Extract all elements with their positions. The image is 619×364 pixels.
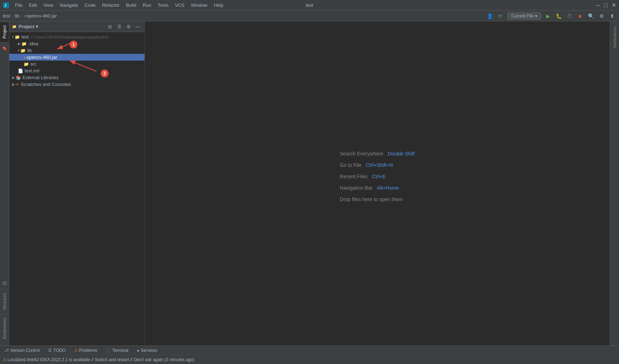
tree-label-lib: lib — [27, 48, 32, 53]
menu-build[interactable]: Build — [123, 1, 139, 9]
terminal-icon: ⬛ — [106, 348, 111, 353]
notifications-label[interactable]: Notifications — [613, 24, 617, 51]
project-header: 📁 Project ▾ ⊟ ☰ ⚙ — — [9, 21, 145, 32]
sidebar-item-bookmarks[interactable]: 🔖 — [0, 42, 9, 55]
tree-label-scratches: Scratches and Consoles — [21, 82, 71, 87]
tree-item-root[interactable]: ▾ 📁 test C:\Users\78146\Desktop\steganog… — [9, 34, 145, 40]
tree-label-test-iml: test.iml — [25, 68, 39, 73]
status-bar: ⎇ Version Control ☰ TODO ⚠ Problems ⬛ Te… — [0, 345, 619, 355]
close-panel-icon[interactable]: — — [134, 23, 142, 31]
stop-button[interactable]: ■ — [576, 12, 584, 20]
problems-icon: ⚠ — [74, 348, 78, 353]
hint-recent-files: Recent Files Ctrl+E — [340, 174, 415, 179]
menu-edit[interactable]: Edit — [26, 1, 40, 9]
settings-icon[interactable]: ⚙ — [598, 12, 605, 20]
menu-navigate[interactable]: Navigate — [57, 1, 81, 9]
project-header-icons: ⊟ ☰ ⚙ — — [106, 23, 142, 31]
debug-button[interactable]: 🐛 — [555, 12, 563, 20]
menu-refactor[interactable]: Refactor — [99, 1, 122, 9]
breadcrumb-test[interactable]: test — [3, 13, 10, 19]
sidebar-item-project[interactable]: Project — [0, 21, 9, 42]
annotation-2: 2 — [101, 70, 109, 77]
title-bar: J File Edit View Navigate Code Refactor … — [0, 0, 619, 11]
hint-label-nav: Navigation Bar — [340, 185, 373, 191]
maximize-button[interactable]: □ — [603, 3, 608, 8]
annotation-1: 1 — [70, 41, 77, 48]
hint-nav-bar: Navigation Bar Alt+Home — [340, 185, 415, 191]
search-everywhere-icon[interactable]: 🔍 — [587, 12, 595, 20]
menu-bar: File Edit View Navigate Code Refactor Bu… — [12, 1, 595, 9]
tree-label-test: test — [21, 34, 29, 40]
breadcrumb-jar[interactable]: ▪ opencv-460.jar — [24, 13, 57, 19]
vcs-icon[interactable]: ⬆ — [608, 12, 616, 20]
bottom-bar: ⚠ Localized IntelliJ IDEA 2022.2.1 is av… — [0, 355, 619, 364]
project-title[interactable]: Project ▾ — [19, 24, 38, 29]
structure-icon[interactable]: ⊟ — [2, 280, 7, 286]
status-version-control[interactable]: ⎇ Version Control — [3, 346, 41, 355]
editor-hints: Search Everywhere Double Shift Go to Fil… — [340, 151, 415, 202]
hint-goto-file: Go to File Ctrl+Shift+N — [340, 162, 415, 168]
menu-window[interactable]: Window — [188, 1, 210, 9]
tree-label-opencv: opencv-460.jar — [26, 55, 57, 60]
tree-item-lib[interactable]: ▾ 📁 lib — [9, 47, 145, 54]
tree-arrow-root: ▾ — [12, 35, 14, 39]
status-terminal[interactable]: ⬛ Terminal — [104, 346, 130, 355]
left-tabs: Project 🔖 ⊟ Structure Bookmarks — [0, 21, 9, 345]
current-file-button[interactable]: Current File ▾ — [507, 12, 541, 20]
warning-icon: ⚠ — [3, 357, 7, 362]
folder-icon-lib: 📁 — [20, 48, 26, 53]
minimize-button[interactable]: ─ — [595, 3, 600, 8]
tree-item-scratches[interactable]: ▶ ✏ Scratches and Consoles — [9, 81, 145, 88]
sidebar-item-bookmarks-tab[interactable]: Bookmarks — [0, 314, 9, 343]
project-tree: ▾ 📁 test C:\Users\78146\Desktop\steganog… — [9, 32, 145, 345]
nav-bar: test › lib › ▪ opencv-460.jar 👤 ⟳ Curren… — [0, 11, 619, 21]
hint-label-recent: Recent Files — [340, 174, 368, 179]
window-title: test — [306, 2, 313, 8]
update-icon[interactable]: ⟳ — [497, 12, 504, 20]
user-icon[interactable]: 👤 — [486, 12, 494, 20]
hint-label-drop: Drop files here to open them — [340, 196, 403, 202]
run-button[interactable]: ▶ — [544, 12, 552, 20]
folder-icon-src: 📁 — [24, 62, 29, 67]
hint-shortcut-search: Double Shift — [388, 151, 415, 157]
editor-area[interactable]: Search Everywhere Double Shift Go to Fil… — [145, 21, 610, 345]
ext-libs-icon: 📚 — [16, 75, 21, 80]
vcs-status-icon: ⎇ — [4, 348, 9, 353]
menu-help[interactable]: Help — [211, 1, 226, 9]
tree-item-test-iml[interactable]: 📄 test.iml — [9, 67, 145, 74]
tree-path: C:\Users\78146\Desktop\steganography\tes… — [31, 35, 108, 39]
breadcrumb-lib[interactable]: lib — [15, 13, 19, 19]
hint-shortcut-recent: Ctrl+E — [372, 174, 386, 179]
hint-drop-files: Drop files here to open them — [340, 196, 415, 202]
app-icon: J — [3, 2, 9, 9]
status-todo[interactable]: ☰ TODO — [47, 346, 67, 355]
menu-code[interactable]: Code — [82, 1, 99, 9]
breadcrumb: test › lib › ▪ opencv-460.jar — [3, 13, 57, 19]
tree-item-ext-libs[interactable]: ▶ 📚 External Libraries — [9, 74, 145, 81]
hint-label-search: Search Everywhere — [340, 151, 383, 157]
status-problems[interactable]: ⚠ Problems — [73, 346, 99, 355]
close-button[interactable]: ✕ — [611, 3, 616, 8]
tree-label-idea: .idea — [28, 41, 38, 46]
tree-item-opencv-jar[interactable]: ▪ opencv-460.jar — [9, 54, 145, 61]
project-chevron-icon: ▾ — [36, 24, 38, 29]
services-icon: ● — [137, 348, 140, 353]
collapse-all-icon[interactable]: ⊟ — [106, 23, 114, 31]
menu-vcs[interactable]: VCS — [172, 1, 187, 9]
tree-arrow-scratches: ▶ — [12, 82, 15, 86]
hint-search-everywhere: Search Everywhere Double Shift — [340, 151, 415, 157]
file-icon-iml: 📄 — [18, 68, 23, 73]
status-services[interactable]: ● Services — [136, 346, 159, 355]
menu-view[interactable]: View — [40, 1, 56, 9]
tree-label-ext-libs: External Libraries — [22, 75, 59, 80]
tree-settings-icon[interactable]: ⚙ — [125, 23, 132, 31]
sidebar-item-structure[interactable]: Structure — [0, 289, 9, 314]
profile-button[interactable]: ⏱ — [565, 12, 573, 20]
menu-file[interactable]: File — [12, 1, 25, 9]
menu-tools[interactable]: Tools — [155, 1, 171, 9]
tree-item-src[interactable]: 📁 src — [9, 61, 145, 67]
expand-all-icon[interactable]: ☰ — [115, 23, 123, 31]
nav-right: 👤 ⟳ Current File ▾ ▶ 🐛 ⏱ ■ 🔍 ⚙ ⬆ — [486, 12, 616, 20]
menu-run[interactable]: Run — [140, 1, 154, 9]
main-content: Project 🔖 ⊟ Structure Bookmarks 📁 Projec… — [0, 21, 619, 345]
